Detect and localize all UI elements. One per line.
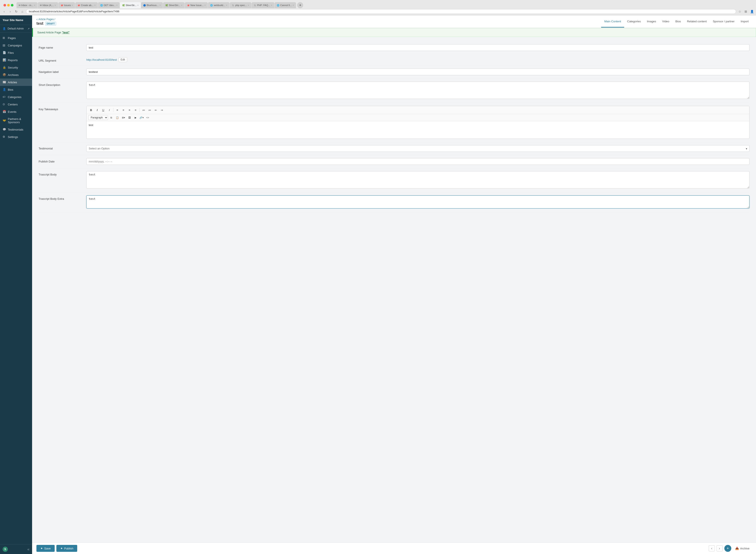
browser-tab[interactable]: ✉ Inbox (4,... × (38, 2, 58, 8)
sidebar-item-settings[interactable]: ⚙ Settings (0, 133, 32, 141)
browser-tab[interactable]: 🌐 GET /dev... × (98, 2, 120, 8)
rte-paragraph-select[interactable]: Paragraph Heading 1 Heading 2 (88, 115, 108, 120)
browser-tab[interactable]: 🌐 Cannot fi... × (275, 2, 296, 8)
home-button[interactable]: ⌂ (20, 9, 25, 14)
rte-indent-button[interactable]: ⇒ (159, 107, 165, 113)
top-bar: ‹ Article Pages / test DRAFT Main Conten… (32, 15, 756, 28)
rte-table-button[interactable]: ⊞▾ (121, 115, 126, 120)
short-description-textarea[interactable]: test (86, 81, 750, 99)
bottom-bar-right: ‹ › + 📥 Archive (709, 545, 752, 552)
traffic-light-green[interactable] (11, 4, 13, 6)
sidebar-item-label: Categories (8, 96, 21, 99)
site-name: Your Site Name (3, 18, 30, 22)
rte-align-justify-button[interactable]: ≡ (133, 107, 138, 113)
rte-image-button[interactable]: 🖼 (127, 115, 132, 120)
rte-italic-button[interactable]: I (94, 107, 100, 113)
field-wrap-navigation-label (86, 68, 750, 75)
sidebar-user[interactable]: 👤 Default Admin ↗ (0, 25, 32, 33)
forward-button[interactable]: › (8, 9, 13, 14)
rte-align-right-button[interactable]: ≡ (127, 107, 132, 113)
rte-ordered-list-button[interactable]: ≔ (147, 107, 153, 113)
rte-italic2-button[interactable]: I (107, 107, 112, 113)
sidebar-item-files[interactable]: 📄 Files (0, 49, 32, 56)
sidebar-item-label: Pages (8, 37, 16, 40)
success-link[interactable]: "test" (62, 31, 69, 34)
rte-copy-button[interactable]: ⧉ (108, 115, 114, 120)
sidebar-item-events[interactable]: 📅 Events (0, 108, 32, 115)
browser-tab[interactable]: 🐘 PHP: FAQ... × (251, 2, 275, 8)
rte-align-left-button[interactable]: ≡ (115, 107, 120, 113)
rte-media-button[interactable]: ▶ (133, 115, 138, 120)
publish-date-input[interactable] (86, 158, 750, 165)
trascript-body-extra-textarea[interactable]: test (86, 196, 750, 209)
next-button[interactable]: › (716, 545, 722, 551)
sidebar-item-partners[interactable]: 🤝 Partners & Sponsors (0, 115, 32, 126)
sidebar-item-label: Security (8, 66, 18, 69)
tab-video[interactable]: Video (659, 16, 672, 27)
field-label-key-takeaways: Key Takeaways (39, 106, 82, 111)
tab-images[interactable]: Images (644, 16, 659, 27)
tab-related-content[interactable]: Related content (684, 16, 710, 27)
browser-tab[interactable]: 🌐 webbuild... × (208, 2, 229, 8)
sidebar-collapse-button[interactable]: « (27, 547, 30, 552)
tab-main-content[interactable]: Main Content (601, 16, 624, 27)
browser-tab[interactable]: 🐙 New Issue... × (185, 2, 208, 8)
back-nav-icon[interactable]: ‹ (37, 17, 38, 21)
sidebar-item-categories[interactable]: 🏷 Categories (0, 93, 32, 101)
back-button[interactable]: ‹ (2, 9, 6, 14)
url-bar[interactable]: localhost:8100/admin/articles/ArticlePag… (26, 9, 736, 14)
rte-content[interactable]: test (86, 121, 749, 138)
refresh-button[interactable]: ↻ (14, 9, 19, 14)
tab-categories[interactable]: Categories (624, 16, 644, 27)
rte-underline-button[interactable]: U (101, 107, 106, 113)
publish-button[interactable]: ✦ Publish (56, 545, 77, 552)
traffic-light-yellow[interactable] (7, 4, 10, 6)
new-tab-button[interactable]: + (297, 2, 303, 8)
tab-sponsor-partner[interactable]: Sponsor / partner (710, 16, 738, 27)
traffic-light-red[interactable] (3, 4, 6, 6)
url-link[interactable]: http://localhost:8100/test (86, 58, 117, 61)
rte-bold-button[interactable]: B (88, 107, 94, 113)
navigation-label-input[interactable] (86, 68, 750, 75)
sidebar-item-testimonials[interactable]: 💬 Testimonials (0, 126, 32, 133)
rte-align-center-button[interactable]: ≡ (121, 107, 126, 113)
sidebar-item-archives[interactable]: 📦 Archives (0, 71, 32, 78)
rte-code-button[interactable]: <> (145, 115, 151, 120)
breadcrumb-link[interactable]: Article Pages / (38, 18, 55, 21)
archive-button[interactable]: 📥 Archive (733, 545, 752, 551)
add-button[interactable]: + (724, 545, 731, 552)
page-title: test (37, 21, 43, 26)
sidebar-item-security[interactable]: 🔒 Security (0, 64, 32, 71)
browser-tab[interactable]: ✉ Inbox - m... × (16, 2, 38, 8)
bookmark-button[interactable]: ☆ (737, 9, 742, 14)
sidebar-item-reports[interactable]: 📊 Reports (0, 56, 32, 64)
tab-import[interactable]: Import (738, 16, 752, 27)
browser-tab[interactable]: 🐘 php spec... × (230, 2, 251, 8)
logout-icon[interactable]: ↗ (27, 27, 30, 30)
browser-tab[interactable]: 🌿 SilverStri... × (163, 2, 184, 8)
sidebar-item-centers[interactable]: ⊙ Centers (0, 101, 32, 108)
extensions-button[interactable]: ⊞ (743, 9, 748, 14)
rte-unordered-list-button[interactable]: ≔ (141, 107, 147, 113)
sidebar-item-bios[interactable]: 👤 Bios (0, 86, 32, 93)
prev-button[interactable]: ‹ (709, 545, 715, 551)
browser-tab[interactable]: 🔵 Bluehous... × (141, 2, 163, 8)
rte-paste-button[interactable]: 📋 (115, 115, 120, 120)
tab-bios[interactable]: Bios (672, 16, 684, 27)
browser-tab[interactable]: 🐙 Issues × (58, 2, 75, 8)
url-edit-button[interactable]: Edit (119, 57, 127, 62)
browser-tab[interactable]: 🐙 Create ab... × (75, 2, 98, 8)
form-area: Saved Article Page "test" Page name URL … (32, 28, 756, 543)
profile-button[interactable]: 👤 (750, 9, 754, 14)
rte-link-button[interactable]: 🔗▾ (139, 115, 144, 120)
sidebar-item-campaigns[interactable]: ▤ Campaigns (0, 42, 32, 49)
sidebar-item-articles[interactable]: 📰 Articles (0, 78, 32, 86)
testimonial-select[interactable]: Select an Option (86, 145, 750, 152)
save-button[interactable]: ✦ Save (37, 545, 55, 552)
trascript-body-textarea[interactable]: test (86, 171, 750, 188)
page-name-input[interactable] (86, 44, 750, 51)
field-wrap-publish-date (86, 158, 750, 165)
rte-outdent-button[interactable]: ⇐ (153, 107, 159, 113)
sidebar-item-pages[interactable]: ⊞ Pages (0, 34, 32, 42)
browser-tab-active[interactable]: 🌿 SilverStr... × (120, 2, 141, 8)
